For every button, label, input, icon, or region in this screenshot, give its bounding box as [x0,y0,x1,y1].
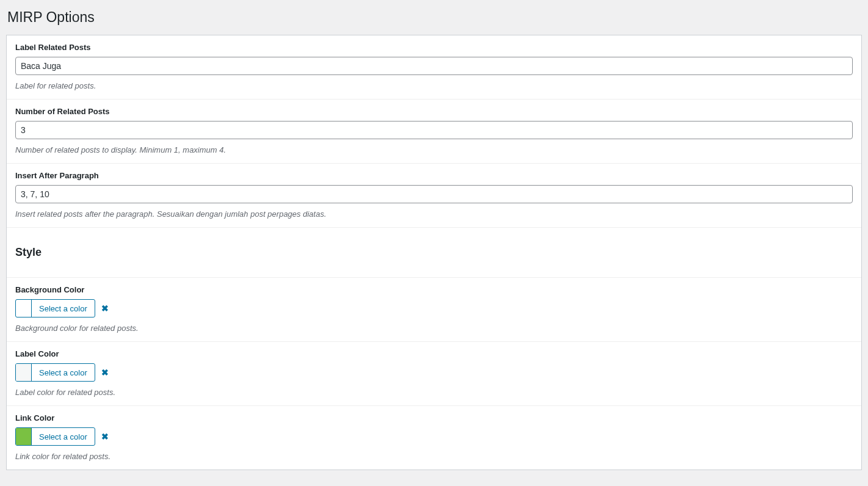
label-color-label: Label Color [15,349,853,358]
label-color-clear-icon[interactable]: ✖ [101,368,109,377]
number-related-posts-label: Number of Related Posts [15,107,853,116]
link-color-label: Link Color [15,413,853,423]
background-color-label: Background Color [15,285,853,294]
number-related-posts-input[interactable] [15,121,853,139]
field-label-related-posts: Label Related Posts Label for related po… [7,35,861,100]
label-color-picker-button[interactable]: Select a color [15,363,95,382]
field-background-color: Background Color Select a color ✖ Backgr… [7,278,861,342]
page-title: MIRP Options [7,9,862,26]
background-color-clear-icon[interactable]: ✖ [101,303,109,313]
label-color-description: Label color for related posts. [15,388,853,397]
label-related-posts-label: Label Related Posts [15,43,853,52]
link-color-swatch [16,428,32,445]
link-color-picker-button[interactable]: Select a color [15,427,95,446]
field-insert-after-paragraph: Insert After Paragraph Insert related po… [7,164,861,228]
background-color-picker-button[interactable]: Select a color [15,299,95,317]
link-color-clear-icon[interactable]: ✖ [101,432,109,441]
link-color-button-label: Select a color [32,432,95,441]
style-section-header: Style [7,228,861,278]
insert-after-paragraph-input[interactable] [15,185,853,203]
label-related-posts-description: Label for related posts. [15,81,853,90]
label-color-button-label: Select a color [32,368,95,377]
link-color-description: Link color for related posts. [15,452,853,461]
background-color-description: Background color for related posts. [15,324,853,333]
field-link-color: Link Color Select a color ✖ Link color f… [7,406,861,470]
style-section-title: Style [15,246,853,259]
options-panel: Label Related Posts Label for related po… [6,35,862,470]
background-color-swatch [16,300,32,317]
insert-after-paragraph-label: Insert After Paragraph [15,171,853,180]
field-label-color: Label Color Select a color ✖ Label color… [7,342,861,406]
label-color-swatch [16,364,32,381]
background-color-button-label: Select a color [32,304,95,313]
field-number-related-posts: Number of Related Posts Number of relate… [7,100,861,164]
label-related-posts-input[interactable] [15,57,853,75]
number-related-posts-description: Number of related posts to display. Mini… [15,145,853,154]
insert-after-paragraph-description: Insert related posts after the paragraph… [15,209,853,219]
